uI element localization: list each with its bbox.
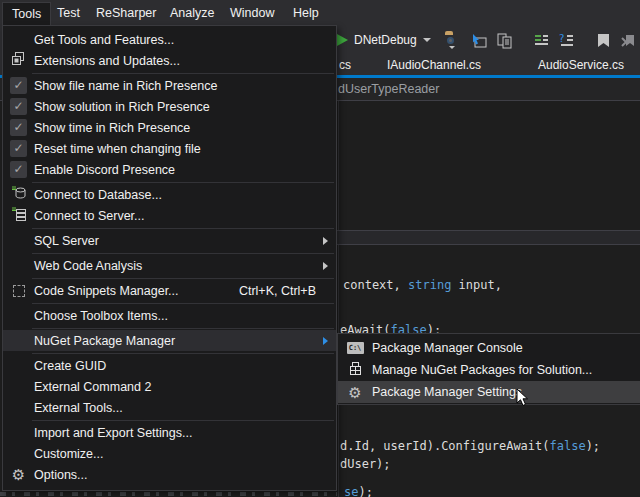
tab-label: cs <box>339 58 351 72</box>
menu-separator <box>32 278 334 279</box>
next-bookmark-icon[interactable] <box>620 32 637 49</box>
menu-item-web-code-analysis[interactable]: Web Code Analysis <box>3 255 336 276</box>
navigate-to-icon[interactable] <box>471 32 488 49</box>
menu-item-show-file-name[interactable]: ✓Show file name in Rich Presence <box>3 75 336 96</box>
find-dropdown-caret[interactable] <box>449 46 455 49</box>
console-icon: C:\ <box>347 342 364 354</box>
menu-item-show-time[interactable]: ✓Show time in Rich Presence <box>3 117 336 138</box>
menu-item-external-tools[interactable]: External Tools... <box>3 397 336 418</box>
nuget-package-icon <box>348 361 363 380</box>
menu-separator <box>32 182 334 183</box>
standard-toolbar: DNetDebug ? <box>335 25 640 55</box>
menu-separator <box>32 253 334 254</box>
tab-audioservice[interactable]: AudioService.cs <box>538 55 624 75</box>
menu-separator <box>32 328 334 329</box>
tab-iaudiochannel[interactable]: IAudioChannel.cs <box>387 55 481 75</box>
menubar-item-analyze[interactable]: Analyze <box>161 0 223 25</box>
menu-item-enable-discord[interactable]: ✓Enable Discord Presence <box>3 159 336 180</box>
menu-separator <box>32 228 334 229</box>
menu-item-code-snippets[interactable]: Code Snippets Manager... Ctrl+K, Ctrl+B <box>3 280 336 301</box>
tab-partial[interactable]: cs <box>339 55 351 75</box>
menu-item-show-solution[interactable]: ✓Show solution in Rich Presence <box>3 96 336 117</box>
gear-icon: ⚙ <box>12 467 25 482</box>
menu-item-extensions[interactable]: Extensions and Updates... <box>3 50 336 71</box>
checkmark-icon: ✓ <box>10 119 27 136</box>
code-line: context, string input, <box>343 278 502 292</box>
svg-text:?: ? <box>559 33 564 44</box>
run-play-icon[interactable] <box>337 34 348 46</box>
bookmark-icon[interactable] <box>595 32 612 49</box>
submenu-arrow-icon <box>323 237 328 245</box>
magnifier-icon <box>447 37 454 44</box>
toggle-comment-icon[interactable]: ? <box>558 32 575 49</box>
menu-item-reset-time[interactable]: ✓Reset time when changing file <box>3 138 336 159</box>
menu-bar: Tools Test ReSharper Analyze Window Help <box>0 0 640 25</box>
tools-menu-dropdown: Get Tools and Features... Extensions and… <box>2 25 337 491</box>
menu-item-get-tools[interactable]: Get Tools and Features... <box>3 29 336 50</box>
shortcut-label: Ctrl+K, Ctrl+B <box>239 284 316 298</box>
type-breadcrumb[interactable]: dUserTypeReader <box>338 82 439 96</box>
menu-separator <box>32 353 334 354</box>
nuget-package-manager-submenu: C:\ Package Manager Console Manage NuGet… <box>337 333 640 405</box>
tab-label: IAudioChannel.cs <box>387 58 481 72</box>
gear-icon: ⚙ <box>348 385 361 400</box>
format-indent-icon[interactable] <box>533 32 550 49</box>
connect-server-icon <box>11 206 27 225</box>
menubar-label: Tools <box>12 7 41 21</box>
menubar-item-resharper[interactable]: ReSharper <box>87 0 165 25</box>
menu-item-nuget-package-manager[interactable]: NuGet Package Manager <box>3 330 336 351</box>
editor-margin-line <box>338 101 339 497</box>
code-line: d.Id, userId).ConfigureAwait(false); <box>340 439 600 453</box>
checkmark-icon: ✓ <box>10 161 27 178</box>
checkmark-icon: ✓ <box>10 98 27 115</box>
menu-item-connect-database[interactable]: Connect to Database... <box>3 184 336 205</box>
menu-item-connect-server[interactable]: Connect to Server... <box>3 205 336 226</box>
menu-item-options[interactable]: ⚙Options... <box>3 464 336 485</box>
menu-separator <box>32 73 334 74</box>
copy-lines-icon[interactable] <box>496 32 513 49</box>
menubar-label: Test <box>57 6 80 20</box>
checkmark-icon: ✓ <box>10 140 27 157</box>
menu-item-create-guid[interactable]: Create GUID <box>3 355 336 376</box>
menubar-label: Analyze <box>170 6 214 20</box>
menu-item-customize[interactable]: Customize... <box>3 443 336 464</box>
code-line: dUser); <box>340 457 391 471</box>
submenu-item-manage-nuget-packages[interactable]: Manage NuGet Packages for Solution... <box>338 359 640 381</box>
submenu-arrow-icon <box>323 337 328 345</box>
menu-item-choose-toolbox[interactable]: Choose Toolbox Items... <box>3 305 336 326</box>
menu-separator <box>32 303 334 304</box>
menu-separator <box>32 420 334 421</box>
menu-item-sql-server[interactable]: SQL Server <box>3 230 336 251</box>
submenu-item-package-manager-console[interactable]: C:\ Package Manager Console <box>338 337 640 359</box>
editor-split-divider[interactable] <box>337 230 640 245</box>
clipped-code-text <box>0 492 337 496</box>
menubar-label: ReSharper <box>96 6 156 20</box>
menu-item-import-export-settings[interactable]: Import and Export Settings... <box>3 422 336 443</box>
submenu-item-package-manager-settings[interactable]: ⚙ Package Manager Settings <box>338 381 640 403</box>
menubar-item-help[interactable]: Help <box>284 0 328 25</box>
menubar-item-window[interactable]: Window <box>221 0 283 25</box>
menubar-item-tools[interactable]: Tools <box>2 2 51 25</box>
code-snippets-icon <box>13 285 25 297</box>
checkmark-icon: ✓ <box>10 77 27 94</box>
code-line: se); <box>344 485 373 497</box>
mouse-cursor <box>516 388 530 412</box>
config-dropdown-caret[interactable] <box>423 38 431 42</box>
connect-database-icon <box>11 185 27 204</box>
menubar-label: Window <box>230 6 274 20</box>
menubar-label: Help <box>293 6 319 20</box>
run-config-label[interactable]: DNetDebug <box>354 33 417 47</box>
submenu-arrow-icon <box>323 262 328 270</box>
menubar-item-test[interactable]: Test <box>48 0 89 25</box>
tab-label: AudioService.cs <box>538 58 624 72</box>
menu-item-external-command-2[interactable]: External Command 2 <box>3 376 336 397</box>
extensions-icon <box>11 51 26 70</box>
